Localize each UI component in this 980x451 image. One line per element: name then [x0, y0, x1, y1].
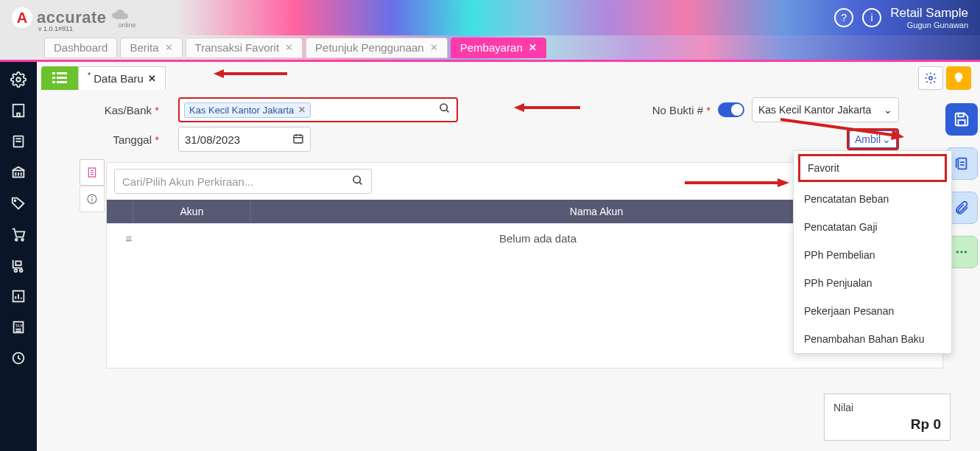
svg-point-14 — [15, 200, 16, 201]
close-icon[interactable]: ✕ — [165, 42, 173, 53]
logo: A accurate online — [12, 7, 136, 29]
dropdown-item-pph-penjualan[interactable]: PPh Penjualan — [794, 269, 951, 297]
svg-rect-31 — [52, 77, 55, 79]
header-right: ? i Retail Sample Gugun Gunawan — [834, 6, 968, 29]
company-name: Retail Sample — [890, 6, 968, 21]
chevron-down-icon: ⌄ — [882, 133, 891, 145]
svg-rect-33 — [52, 81, 55, 83]
svg-point-56 — [956, 251, 959, 254]
drag-icon: ≡ — [116, 232, 142, 245]
tab-berita[interactable]: Berita✕ — [120, 38, 182, 58]
summary-box: Nilai Rp 0 — [824, 394, 951, 441]
dropdown-item-penambahan-bahan[interactable]: Penambahan Bahan Baku — [794, 325, 951, 353]
help-icon[interactable]: ? — [834, 8, 853, 27]
calendar-icon[interactable] — [292, 133, 304, 147]
main: TAX * Data Baru ✕ — [0, 62, 980, 451]
remove-tag-icon[interactable]: ✕ — [298, 105, 306, 115]
settings-button[interactable] — [918, 66, 943, 90]
svg-rect-38 — [294, 135, 303, 143]
nobukti-group: No Bukti # * Kas Kecil Kantor Jakarta ⌄ — [652, 97, 899, 122]
dropdown-item-favorit[interactable]: Favorit — [798, 154, 947, 182]
svg-line-37 — [446, 110, 448, 112]
refresh-icon[interactable] — [5, 345, 32, 371]
nobukti-label: No Bukti # * — [652, 104, 711, 116]
dirty-icon: * — [88, 71, 91, 80]
tanggal-input[interactable]: 31/08/2023 — [178, 127, 311, 152]
dropdown-item-pencatatan-gaji[interactable]: Pencatatan Gaji — [794, 213, 951, 241]
ambil-dropdown: Favorit Pencatatan Beban Pencatatan Gaji… — [793, 150, 952, 354]
content: * Data Baru ✕ Kas/Bank * Kas Kecil Kanto… — [37, 62, 980, 451]
chevron-down-icon: ⌄ — [884, 104, 892, 116]
search-icon[interactable] — [352, 175, 364, 189]
sidebar: TAX — [0, 62, 37, 451]
list-view-button[interactable] — [41, 66, 78, 90]
info-tab-icon[interactable] — [80, 186, 105, 212]
building-icon[interactable] — [5, 97, 32, 124]
kasbank-input[interactable]: Kas Kecil Kantor Jakarta ✕ — [178, 97, 458, 122]
summary-label: Nilai — [833, 402, 941, 413]
dropdown-item-pencatatan-beban[interactable]: Pencatatan Beban — [794, 185, 951, 213]
close-icon[interactable]: ✕ — [148, 73, 156, 84]
tab-petunjuk[interactable]: Petunjuk Penggunaan✕ — [306, 38, 448, 58]
ambil-button[interactable]: Ambil ⌄ — [847, 128, 899, 150]
subtab-right — [918, 66, 980, 90]
search-icon[interactable] — [439, 102, 451, 117]
cart-icon[interactable] — [5, 221, 32, 248]
save-button[interactable] — [945, 103, 978, 136]
nobukti-toggle[interactable] — [718, 102, 744, 117]
kasbank-tag-text: Kas Kecil Kantor Jakarta — [189, 105, 294, 116]
svg-point-17 — [15, 270, 18, 273]
svg-point-15 — [15, 239, 18, 241]
table-sidetabs — [80, 159, 105, 212]
report-icon[interactable] — [5, 283, 32, 310]
gear-icon[interactable] — [5, 66, 32, 93]
kasbank-label: Kas/Bank * — [81, 104, 169, 116]
svg-rect-6 — [17, 113, 20, 117]
trolley-icon[interactable] — [5, 252, 32, 279]
nobukti-select[interactable]: Kas Kecil Kantor Jakarta ⌄ — [752, 97, 899, 122]
svg-rect-29 — [52, 72, 55, 74]
user-name: Gugun Gunawan — [890, 21, 968, 29]
tab-strip: Dashboard Berita✕ Transaksi Favorit✕ Pet… — [0, 35, 980, 62]
svg-point-58 — [965, 251, 967, 254]
svg-point-57 — [960, 251, 963, 254]
tips-button[interactable] — [946, 66, 971, 90]
subtab-row: * Data Baru ✕ — [37, 62, 980, 90]
close-icon[interactable]: ✕ — [529, 42, 537, 53]
tab-pembayaran[interactable]: Pembayaran✕ — [451, 38, 546, 58]
svg-text:TAX: TAX — [15, 324, 23, 328]
svg-point-0 — [16, 77, 21, 82]
tanggal-value: 31/08/2023 — [185, 133, 240, 146]
svg-point-35 — [929, 77, 933, 80]
tab-label: Dashboard — [54, 41, 107, 54]
close-icon[interactable]: ✕ — [430, 42, 438, 53]
tanggal-label: Tanggal * — [81, 133, 169, 146]
version-text: v 1.0.1#811 — [38, 25, 73, 32]
company-block[interactable]: Retail Sample Gugun Gunawan — [890, 6, 968, 29]
tab-label: Pembayaran — [460, 41, 523, 54]
tab-label: Transaksi Favorit — [195, 41, 279, 54]
svg-point-49 — [353, 176, 360, 183]
logo-badge: A — [12, 7, 32, 28]
svg-rect-51 — [958, 113, 963, 117]
book-icon[interactable] — [5, 128, 32, 155]
tab-dashboard[interactable]: Dashboard — [44, 38, 117, 58]
tag-icon[interactable] — [5, 190, 32, 217]
svg-point-36 — [440, 104, 447, 111]
kasbank-tag: Kas Kecil Kantor Jakarta ✕ — [184, 102, 311, 118]
tax-icon[interactable]: TAX — [5, 314, 32, 340]
dropdown-item-pekerjaan-pesanan[interactable]: Pekerjaan Pesanan — [794, 297, 951, 325]
svg-rect-1 — [13, 105, 24, 117]
search-akun-input[interactable]: Cari/Pilih Akun Perkiraan... — [114, 169, 372, 194]
close-icon[interactable]: ✕ — [285, 42, 293, 53]
detail-tab-icon[interactable] — [80, 159, 105, 186]
tab-label: Petunjuk Penggunaan — [315, 41, 424, 54]
notify-icon[interactable]: i — [862, 8, 881, 27]
subtab-data-baru[interactable]: * Data Baru ✕ — [78, 66, 166, 90]
tab-label: Berita — [130, 41, 158, 54]
bank-icon[interactable] — [5, 159, 32, 186]
app-header: A accurate online v 1.0.1#811 ? i Retail… — [0, 0, 980, 35]
dropdown-item-pph-pembelian[interactable]: PPh Pembelian — [794, 241, 951, 269]
tab-transaksi-favorit[interactable]: Transaksi Favorit✕ — [186, 38, 303, 58]
ambil-label: Ambil — [855, 133, 881, 145]
